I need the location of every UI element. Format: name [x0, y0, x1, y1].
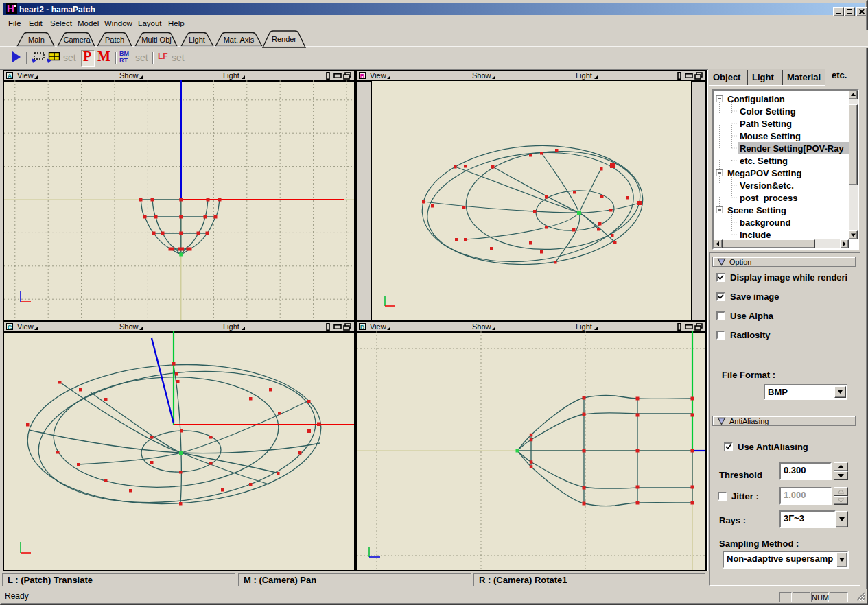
svg-text:Camera: Camera	[63, 36, 91, 44]
svg-text:include: include	[740, 230, 771, 239]
svg-text:MegaPOV Setting: MegaPOV Setting	[727, 168, 801, 178]
svg-text:Color Setting: Color Setting	[740, 106, 796, 117]
svg-text:background: background	[740, 217, 790, 228]
svg-text:etc. Setting: etc. Setting	[740, 156, 788, 166]
svg-text:Main: Main	[28, 36, 45, 44]
svg-text:Version&etc.: Version&etc.	[740, 180, 794, 191]
svg-text:Mouse Setting: Mouse Setting	[740, 131, 801, 141]
svg-text:Multi Obj: Multi Obj	[141, 36, 171, 44]
svg-text:Render Setting[POV-Ray: Render Setting[POV-Ray	[740, 143, 844, 154]
svg-text:Path Setting: Path Setting	[740, 119, 792, 129]
svg-text:post_process: post_process	[740, 193, 798, 203]
svg-text:Configulation: Configulation	[727, 94, 785, 104]
svg-text:Patch: Patch	[105, 36, 124, 44]
svg-text:Render: Render	[272, 35, 296, 43]
svg-text:Mat. Axis: Mat. Axis	[224, 36, 255, 44]
svg-text:Light: Light	[189, 36, 205, 44]
svg-text:Scene Setting: Scene Setting	[727, 205, 786, 215]
